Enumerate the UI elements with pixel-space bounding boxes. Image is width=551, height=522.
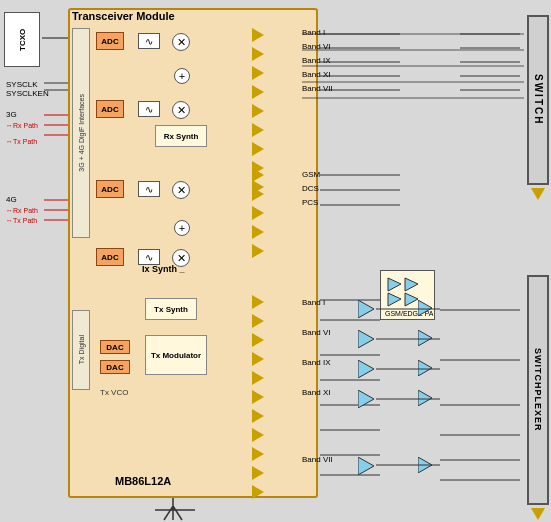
part-number-label: MB86L12A xyxy=(115,475,171,487)
filter1: ∿ xyxy=(138,33,160,49)
4g-label: 4G xyxy=(6,195,17,204)
tx-connectors-bot xyxy=(252,295,264,499)
mixer2: ✕ xyxy=(172,101,190,119)
connector-tri-m1 xyxy=(252,168,264,182)
svg-marker-76 xyxy=(418,330,432,346)
transceiver-title: Transceiver Module xyxy=(72,10,175,22)
digif-box: 3G + 4G DigiF Interfaces xyxy=(72,28,90,238)
svg-marker-72 xyxy=(358,360,374,378)
connector-tri-b10 xyxy=(252,466,264,480)
connector-tri-b3 xyxy=(252,333,264,347)
svg-line-82 xyxy=(173,506,182,520)
amp-band-i xyxy=(358,300,376,320)
svg-line-80 xyxy=(164,506,173,520)
amp2-band-ix xyxy=(418,360,434,378)
tx-mod-block: Tx Modulator xyxy=(145,335,207,375)
switch-label: SWITCH xyxy=(533,74,544,125)
connector-tri-b9 xyxy=(252,447,264,461)
connector-tri-3 xyxy=(252,66,264,80)
band-i-top: Band I xyxy=(302,28,325,37)
mixer1: ✕ xyxy=(172,33,190,51)
filter4: ∿ xyxy=(138,249,160,265)
amp-band-vii xyxy=(358,457,376,477)
connector-tri-m4 xyxy=(252,225,264,239)
band-ix-top: Band IX xyxy=(302,56,330,65)
connector-tri-1 xyxy=(252,28,264,42)
svg-marker-78 xyxy=(418,390,432,406)
tx-synth-block: Tx Synth xyxy=(145,298,197,320)
amp-band-vi xyxy=(358,330,376,350)
connector-tri-b5 xyxy=(252,371,264,385)
mixer3: ✕ xyxy=(172,181,190,199)
band-xi-top: Band XI xyxy=(302,70,330,79)
connector-tri-b11 xyxy=(252,485,264,499)
tx-vco-label: Tx VCO xyxy=(100,388,128,397)
tx-digital-label: Tx Digital xyxy=(78,335,85,364)
tx-digital-box: Tx Digital xyxy=(72,310,90,390)
amp2-band-vii xyxy=(418,457,434,475)
amp-band-ix xyxy=(358,360,376,380)
svg-marker-74 xyxy=(358,457,374,475)
connector-tri-m3 xyxy=(252,206,264,220)
svg-marker-79 xyxy=(418,457,432,473)
adc4-block: ADC xyxy=(96,248,124,266)
connector-tri-m2 xyxy=(252,187,264,201)
adc1-block: ADC xyxy=(96,32,124,50)
svg-marker-68 xyxy=(405,293,418,306)
band-vi-bot: Band VI xyxy=(302,328,330,337)
3g-label: 3G xyxy=(6,110,17,119)
band-i-bot: Band I xyxy=(302,298,325,307)
dac2-block: DAC xyxy=(100,360,130,374)
antenna-symbol xyxy=(162,506,184,522)
rx-path-4g-label: ↔Rx Path xyxy=(6,207,38,214)
tcxo-block: TCXO xyxy=(4,12,40,67)
amp-band-xi xyxy=(358,390,376,410)
adc2-block: ADC xyxy=(96,100,124,118)
connector-tri-b1 xyxy=(252,295,264,309)
band-vi-top: Band VI xyxy=(302,42,330,51)
connector-tri-6 xyxy=(252,123,264,137)
rx-synth-block: Rx Synth xyxy=(155,125,207,147)
svg-marker-71 xyxy=(358,330,374,348)
pcs-label: PCS xyxy=(302,198,318,207)
tx-connectors-mid xyxy=(252,168,264,258)
adder1: + xyxy=(174,68,190,84)
diagram: TCXO SYSCLK SYSCLKEN 3G ↔Rx Path ↔Tx Pat… xyxy=(0,0,551,522)
band-ix-bot: Band IX xyxy=(302,358,330,367)
svg-marker-75 xyxy=(418,300,432,316)
switchplexer-label: SWITCHPLEXER xyxy=(533,348,543,432)
filter2: ∿ xyxy=(138,101,160,117)
ix-synth-label: Ix Synth _ xyxy=(142,264,185,274)
switchplexer-arrow-down xyxy=(531,508,545,520)
switchplexer-box: SWITCHPLEXER xyxy=(527,275,549,505)
dac1-block: DAC xyxy=(100,340,130,354)
connector-tri-4 xyxy=(252,85,264,99)
svg-marker-65 xyxy=(388,278,401,291)
amp2-band-i xyxy=(418,300,434,318)
svg-marker-67 xyxy=(405,278,418,291)
connector-tri-b4 xyxy=(252,352,264,366)
connector-tri-b2 xyxy=(252,314,264,328)
adder2: + xyxy=(174,220,190,236)
sysclk-label: SYSCLK SYSCLKEN xyxy=(6,80,49,98)
connector-tri-b7 xyxy=(252,409,264,423)
digif-label: 3G + 4G DigiF Interfaces xyxy=(78,94,85,172)
switch-arrow-down xyxy=(531,188,545,200)
tx-path-3g-label: ↔Tx Path xyxy=(6,138,37,145)
dcs-label: DCS xyxy=(302,184,319,193)
band-xi-bot: Band XI xyxy=(302,388,330,397)
connector-tri-m5 xyxy=(252,244,264,258)
tcxo-label: TCXO xyxy=(18,28,27,50)
connector-tri-7 xyxy=(252,142,264,156)
band-vii-bot: Band VII xyxy=(302,455,333,464)
connector-tri-2 xyxy=(252,47,264,61)
connector-tri-b6 xyxy=(252,390,264,404)
filter3: ∿ xyxy=(138,181,160,197)
svg-marker-77 xyxy=(418,360,432,376)
switch-box: SWITCH xyxy=(527,15,549,185)
adc3-block: ADC xyxy=(96,180,124,198)
amp2-band-vi xyxy=(418,330,434,348)
svg-marker-66 xyxy=(388,293,401,306)
svg-marker-73 xyxy=(358,390,374,408)
svg-marker-70 xyxy=(358,300,374,318)
